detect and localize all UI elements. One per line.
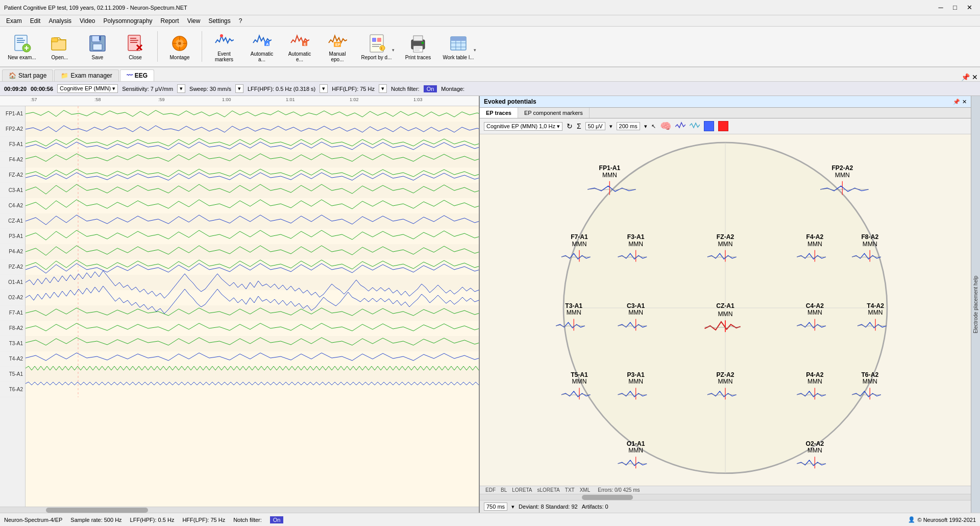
ep-time-dropdown[interactable]: 200 ms	[617, 122, 640, 130]
svg-rect-44	[414, 47, 422, 49]
menu-item-view[interactable]: View	[183, 16, 205, 26]
close-button[interactable]: ✕	[963, 3, 976, 13]
tab-close-icon[interactable]: ✕	[972, 73, 978, 81]
menu-item-analysis[interactable]: Analysis	[44, 16, 76, 26]
montage-label: Montage:	[441, 86, 464, 92]
ep-refresh-icon[interactable]: ↻	[567, 122, 573, 130]
ep-export-sloreta[interactable]: sLORETA	[536, 487, 561, 493]
menu-item-settings[interactable]: Settings	[204, 16, 234, 26]
maximize-button[interactable]: □	[948, 3, 962, 13]
minimize-button[interactable]: ─	[934, 3, 947, 13]
svg-text:P4-A2: P4-A2	[806, 371, 824, 378]
ruler-mark-59: :59	[158, 97, 165, 102]
ep-controls: Cognitive EP (MMN) 1,0 Hz ▾ ↻ Σ 50 μV ▾ …	[480, 118, 971, 134]
eeg-panel: :57 :58 :59 1:00 1:01 1:02 1:03 FP1-A1 F…	[0, 96, 480, 513]
automatic-e-button[interactable]: E Automatic e...	[282, 29, 317, 64]
tab-eeg[interactable]: 〰 EEG	[120, 69, 154, 81]
svg-rect-41	[413, 36, 423, 41]
svg-text:F4-A2: F4-A2	[806, 233, 824, 241]
ep-scrollbar-thumb[interactable]	[582, 495, 633, 500]
work-table-button[interactable]: Work table l... ▾	[438, 29, 481, 64]
automatic-e-label: Automatic e...	[284, 51, 315, 62]
tabs-bar: 🏠 Start page 📁 Exam manager 〰 EEG 📌 ✕	[0, 67, 980, 82]
ep-wave2-icon[interactable]	[690, 121, 700, 132]
menu-item-exam[interactable]: Exam	[2, 16, 26, 26]
tab-exam-manager[interactable]: 📁 Exam manager	[54, 69, 118, 81]
svg-rect-56	[26, 213, 479, 229]
ep-wave1-icon[interactable]	[675, 121, 685, 132]
save-label: Save	[92, 55, 104, 60]
ep-mode-dropdown[interactable]: Cognitive EP (MMN) 1,0 Hz ▾	[484, 122, 562, 131]
ep-status-bar: 750 ms ▾ Deviant: 8 Standard: 92 Artifac…	[480, 500, 971, 513]
automatic-a-button[interactable]: A Automatic a...	[244, 29, 280, 64]
tab-pin-icon[interactable]: 📌	[961, 73, 970, 81]
svg-rect-42	[413, 46, 423, 52]
svg-point-38	[380, 45, 385, 51]
svg-text:MMN: MMN	[835, 172, 850, 179]
open-button[interactable]: Open...	[42, 29, 78, 64]
ep-export-loreta[interactable]: LORETA	[510, 487, 533, 493]
print-button[interactable]: Print traces	[400, 29, 436, 64]
ep-blue-color-btn[interactable]	[704, 121, 714, 131]
ep-tabs: EP traces EP component markers	[480, 108, 971, 118]
ep-brain-diagram: FP1-A1 MMN FP2-A2 MMN F7-A1 MMN	[480, 134, 971, 486]
electrode-placement-sidebar[interactable]: Electrode placement help	[971, 96, 980, 513]
tab-start-page[interactable]: 🏠 Start page	[2, 69, 53, 81]
ep-pin-icon[interactable]: 📌	[953, 99, 960, 105]
ep-amplitude-dropdown[interactable]: 50 μV	[585, 122, 605, 130]
menu-item-report[interactable]: Report	[157, 16, 183, 26]
menu-item-polysomnography[interactable]: Polysomnography	[100, 16, 157, 26]
ep-red-color-btn[interactable]	[718, 121, 728, 131]
channel-traces	[26, 106, 479, 507]
svg-rect-12	[99, 36, 101, 40]
manual-epo-button[interactable]: EP Manual epo...	[320, 29, 355, 64]
ep-tab-traces[interactable]: EP traces	[480, 108, 518, 118]
eeg-channels: FP1-A1 FP2-A2 F3-A1 F4-A2 FZ-A2 C3-A1 C4…	[0, 106, 479, 507]
work-table-icon	[448, 33, 469, 54]
sweep-dropdown[interactable]: ▾	[235, 84, 243, 93]
eeg-scrollbar[interactable]	[0, 507, 479, 513]
channel-label-f7a1: F7-A1	[0, 305, 25, 321]
ep-brain-icon[interactable]: 🧠	[660, 121, 671, 132]
event-markers-button[interactable]: Event markers	[206, 29, 242, 64]
report-button[interactable]: i Report by d... ▾	[357, 29, 398, 64]
notch-value[interactable]: On	[424, 85, 437, 92]
new-exam-button[interactable]: New exam...	[4, 29, 40, 64]
ep-panel-header: Evoked potentials 📌 ✕	[480, 96, 971, 108]
ep-export-bl[interactable]: BL	[499, 487, 508, 493]
lff-dropdown[interactable]: ▾	[320, 84, 328, 93]
sensitivity-dropdown[interactable]: ▾	[177, 84, 185, 93]
close-exam-button[interactable]: Close	[117, 29, 153, 64]
ep-time-val[interactable]: 750 ms	[484, 503, 507, 511]
ep-cursor-icon[interactable]: ↖	[651, 123, 656, 130]
signal-time1: 00:09:20	[4, 86, 27, 92]
channel-label-fp1a1: FP1-A1	[0, 106, 25, 122]
ep-tab-component-markers[interactable]: EP component markers	[518, 108, 590, 118]
svg-text:MMN: MMN	[718, 378, 733, 385]
hff-dropdown[interactable]: ▾	[379, 84, 387, 93]
mode-dropdown[interactable]: Cognitive EP (MMN) ▾	[57, 84, 118, 93]
title-text: Patient Cognitive EP test, 109 years, 02…	[4, 5, 187, 11]
eeg-scrollbar-thumb[interactable]	[46, 508, 148, 513]
svg-text:MMN: MMN	[628, 241, 643, 248]
ep-export-edf[interactable]: EDF	[484, 487, 497, 493]
menu-item-video[interactable]: Video	[76, 16, 99, 26]
svg-text:MMN: MMN	[602, 172, 617, 179]
ep-export-xml[interactable]: XML	[578, 487, 592, 493]
save-button[interactable]: Save	[80, 29, 115, 64]
new-exam-icon	[12, 33, 32, 54]
titlebar: Patient Cognitive EP test, 109 years, 02…	[0, 0, 980, 15]
ep-scrollbar[interactable]	[480, 494, 971, 500]
svg-text:C4-A2: C4-A2	[806, 302, 824, 309]
ep-close-icon[interactable]: ✕	[962, 99, 967, 105]
svg-text:MMN: MMN	[807, 241, 822, 248]
signal-bar: 00:09:20 00:00:56 Cognitive EP (MMN) ▾ S…	[0, 82, 980, 96]
ep-export-txt[interactable]: TXT	[564, 487, 576, 493]
svg-text:F3-A1: F3-A1	[627, 233, 645, 241]
electrode-placement-text[interactable]: Electrode placement help	[971, 274, 980, 336]
svg-rect-3	[17, 42, 24, 43]
menu-item-[interactable]: ?	[235, 16, 247, 26]
menu-item-edit[interactable]: Edit	[26, 16, 45, 26]
automatic-e-icon: E	[289, 31, 310, 50]
montage-button[interactable]: Montage	[162, 29, 198, 64]
